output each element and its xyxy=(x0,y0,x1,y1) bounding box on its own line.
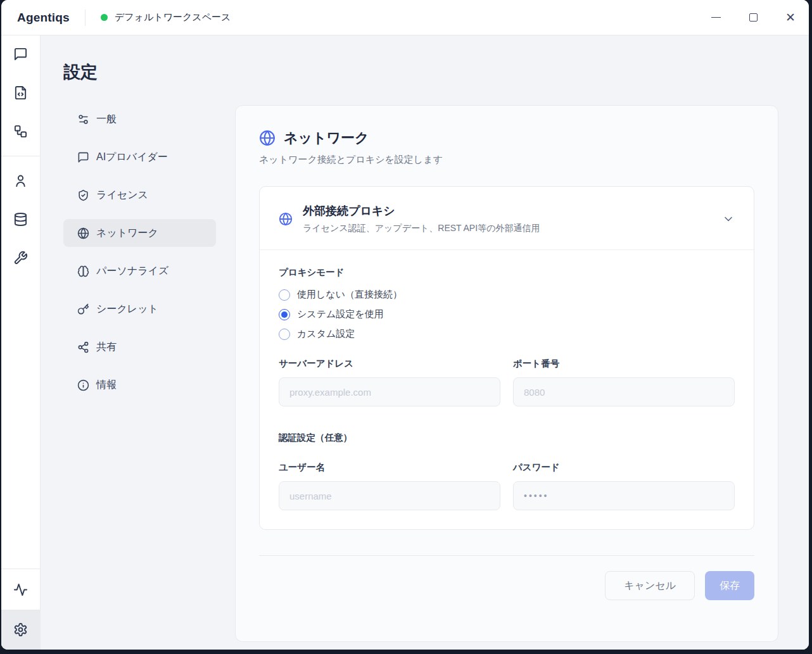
rail-bottom-group xyxy=(1,569,41,650)
workspace-status-dot xyxy=(101,14,108,21)
app-window: Agentiqs デフォルトワークスペース ✕ xyxy=(1,0,809,650)
panel-subtitle: ネットワーク接続とプロキシを設定します xyxy=(259,154,754,166)
globe-icon xyxy=(259,130,276,146)
port-label: ポート番号 xyxy=(513,358,735,370)
cancel-button[interactable]: キャンセル xyxy=(605,571,695,600)
chat-icon xyxy=(13,47,28,61)
nav-item-secret[interactable]: シークレット xyxy=(63,295,216,323)
proxy-card-title: 外部接続プロキシ xyxy=(303,203,540,218)
nav-item-info[interactable]: 情報 xyxy=(63,371,216,399)
nav-item-general[interactable]: 一般 xyxy=(63,105,216,133)
radio-label: システム設定を使用 xyxy=(297,308,384,320)
workspace-name[interactable]: デフォルトワークスペース xyxy=(115,11,231,23)
rail-chat-button[interactable] xyxy=(7,40,35,68)
shield-check-icon xyxy=(77,189,89,201)
workflow-icon xyxy=(13,124,28,139)
proxy-mode-option-direct[interactable]: 使用しない（直接接続） xyxy=(279,289,735,301)
username-field: ユーザー名 xyxy=(279,462,500,510)
server-address-field: サーバーアドレス xyxy=(279,358,500,406)
gear-icon xyxy=(13,622,28,637)
titlebar-divider xyxy=(85,9,86,26)
radio-icon[interactable] xyxy=(279,289,290,301)
server-address-label: サーバーアドレス xyxy=(279,358,500,370)
rail-divider xyxy=(1,569,41,569)
port-field: ポート番号 xyxy=(513,358,735,406)
wrench-icon xyxy=(13,251,28,265)
network-panel: ネットワーク ネットワーク接続とプロキシを設定します 外部接続プロキシ ライセン… xyxy=(235,105,778,642)
proxy-mode-options: 使用しない（直接接続） システム設定を使用 カスタム設定 xyxy=(279,289,735,340)
proxy-card: 外部接続プロキシ ライセンス認証、アップデート、REST API等の外部通信用 … xyxy=(259,186,754,530)
radio-label: 使用しない（直接接続） xyxy=(297,289,402,301)
nav-item-label: 共有 xyxy=(96,341,117,354)
password-input[interactable] xyxy=(513,481,735,510)
brain-icon xyxy=(77,265,89,277)
rail-database-button[interactable] xyxy=(7,205,35,233)
database-icon xyxy=(13,212,28,227)
password-label: パスワード xyxy=(513,462,735,474)
radio-label: カスタム設定 xyxy=(297,328,355,340)
proxy-mode-option-custom[interactable]: カスタム設定 xyxy=(279,328,735,340)
username-input[interactable] xyxy=(279,481,500,510)
nav-item-label: ライセンス xyxy=(96,189,148,202)
auth-section-label: 認証設定（任意） xyxy=(279,432,735,444)
nav-item-personalize[interactable]: パーソナライズ xyxy=(63,257,216,285)
minimize-button[interactable] xyxy=(705,7,726,28)
panel-title: ネットワーク xyxy=(284,129,369,148)
settings-nav: 一般 AIプロバイダー ライセンス ネットワーク xyxy=(63,105,216,399)
footer-divider xyxy=(259,555,754,556)
key-icon xyxy=(77,303,89,315)
rail-activity-button[interactable] xyxy=(7,575,35,603)
maximize-icon xyxy=(749,13,758,22)
close-button[interactable]: ✕ xyxy=(780,7,801,28)
chevron-down-icon[interactable] xyxy=(722,213,735,225)
username-label: ユーザー名 xyxy=(279,462,500,474)
globe-icon xyxy=(77,227,89,239)
file-code-icon xyxy=(13,85,28,100)
page-title: 設定 xyxy=(63,61,778,84)
maximize-button[interactable] xyxy=(742,7,764,28)
server-address-input[interactable] xyxy=(279,377,500,406)
rail-wrench-button[interactable] xyxy=(7,244,35,272)
activity-icon xyxy=(13,582,28,597)
nav-item-label: シークレット xyxy=(96,303,158,316)
rail-settings-button[interactable] xyxy=(7,615,35,643)
title-bar: Agentiqs デフォルトワークスペース ✕ xyxy=(1,0,809,35)
nav-item-license[interactable]: ライセンス xyxy=(63,181,216,209)
nav-item-ai-provider[interactable]: AIプロバイダー xyxy=(63,143,216,171)
port-input[interactable] xyxy=(513,377,735,406)
main-content: 設定 一般 AIプロバイダー ライセンス xyxy=(41,35,809,650)
message-icon xyxy=(77,151,89,163)
rail-user-button[interactable] xyxy=(7,167,35,194)
app-logo: Agentiqs xyxy=(17,11,70,25)
sliders-icon xyxy=(77,113,89,125)
nav-item-label: 一般 xyxy=(96,113,117,126)
rail-settings-selected xyxy=(1,610,41,650)
nav-item-network[interactable]: ネットワーク xyxy=(63,219,216,247)
user-icon xyxy=(13,173,28,188)
info-icon xyxy=(77,379,89,391)
radio-icon[interactable] xyxy=(279,309,290,320)
proxy-card-header[interactable]: 外部接続プロキシ ライセンス認証、アップデート、REST API等の外部通信用 xyxy=(260,187,754,249)
share-icon xyxy=(77,341,89,353)
nav-item-label: 情報 xyxy=(96,379,117,392)
globe-icon xyxy=(279,212,293,226)
proxy-mode-label: プロキシモード xyxy=(279,267,735,279)
proxy-mode-option-system[interactable]: システム設定を使用 xyxy=(279,308,735,320)
password-field: パスワード xyxy=(513,462,735,510)
proxy-card-subtitle: ライセンス認証、アップデート、REST API等の外部通信用 xyxy=(303,223,540,234)
rail-workflow-button[interactable] xyxy=(7,117,35,145)
nav-item-label: パーソナライズ xyxy=(96,265,168,278)
close-icon: ✕ xyxy=(785,11,796,23)
nav-item-share[interactable]: 共有 xyxy=(63,333,216,361)
rail-file-code-button[interactable] xyxy=(7,79,35,106)
minimize-icon xyxy=(711,17,721,18)
save-button[interactable]: 保存 xyxy=(705,571,754,600)
nav-item-label: ネットワーク xyxy=(96,227,158,240)
nav-item-label: AIプロバイダー xyxy=(96,151,168,164)
icon-rail xyxy=(1,35,41,650)
rail-divider xyxy=(1,156,41,156)
radio-icon[interactable] xyxy=(279,329,290,340)
